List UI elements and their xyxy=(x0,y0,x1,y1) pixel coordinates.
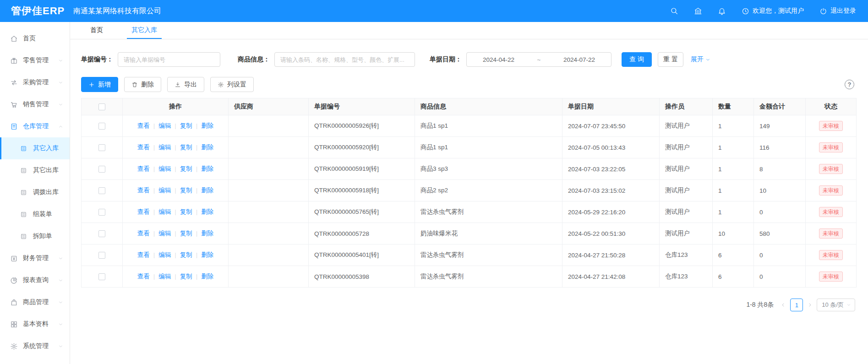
sidebar-item-label: 组装单 xyxy=(33,210,52,218)
sidebar-item-reports[interactable]: 报表查询 xyxy=(0,269,70,291)
next-page-button[interactable] xyxy=(807,302,813,308)
sidebar-item-warehouse[interactable]: 仓库管理 xyxy=(0,115,70,137)
operator-cell: 测试用户 xyxy=(660,115,713,137)
row-checkbox[interactable] xyxy=(98,123,105,130)
delete-link[interactable]: 删除 xyxy=(192,187,214,194)
row-checkbox[interactable] xyxy=(98,187,105,194)
sidebar-item-disassembly[interactable]: 拆卸单 xyxy=(0,225,70,247)
copy-link[interactable]: 复制 xyxy=(171,165,192,172)
view-link[interactable]: 查看 xyxy=(137,122,150,129)
edit-link[interactable]: 编辑 xyxy=(150,230,171,237)
page-size-select[interactable]: 10 条/页 xyxy=(817,299,855,311)
column-settings-button[interactable]: 列设置 xyxy=(210,77,254,92)
sidebar-item-home[interactable]: 首页 xyxy=(0,27,70,49)
copy-link[interactable]: 复制 xyxy=(171,208,192,215)
date-range-picker[interactable]: ~ xyxy=(466,52,611,67)
edit-link[interactable]: 编辑 xyxy=(150,251,171,258)
bank-icon[interactable] xyxy=(694,7,702,15)
purchase-icon xyxy=(10,79,18,87)
tab-other-inbound[interactable]: 其它入库 xyxy=(127,22,162,39)
delete-link[interactable]: 删除 xyxy=(192,273,214,280)
sidebar-item-sales[interactable]: 销售管理 xyxy=(0,93,70,115)
product-info-input[interactable] xyxy=(274,52,415,67)
clock-icon xyxy=(742,7,749,15)
delete-link[interactable]: 删除 xyxy=(192,251,214,258)
chevron-down-icon xyxy=(58,58,63,63)
sidebar-item-purchase[interactable]: 采购管理 xyxy=(0,71,70,93)
copy-link[interactable]: 复制 xyxy=(171,251,192,258)
delete-link[interactable]: 删除 xyxy=(192,144,214,151)
col-supplier: 供应商 xyxy=(229,98,309,115)
edit-link[interactable]: 编辑 xyxy=(150,165,171,172)
prev-page-button[interactable] xyxy=(781,302,786,308)
copy-link[interactable]: 复制 xyxy=(171,122,192,129)
date-to-input[interactable] xyxy=(554,56,604,63)
copy-link[interactable]: 复制 xyxy=(171,273,192,280)
sidebar-item-other-outbound[interactable]: 其它出库 xyxy=(0,159,70,181)
sidebar-item-finance[interactable]: 财务管理 xyxy=(0,247,70,269)
view-link[interactable]: 查看 xyxy=(137,230,150,237)
bell-icon[interactable] xyxy=(718,7,726,15)
sidebar-item-system[interactable]: 系统管理 xyxy=(0,335,70,357)
help-icon[interactable]: ? xyxy=(845,80,854,89)
supplier-cell xyxy=(229,180,309,201)
row-checkbox[interactable] xyxy=(98,273,105,280)
order-no-cell: QTRK00000005918[转] xyxy=(309,180,415,201)
document-icon xyxy=(20,189,28,196)
order-no-input[interactable] xyxy=(118,52,220,67)
amount-cell: 116 xyxy=(754,137,806,158)
copy-link[interactable]: 复制 xyxy=(171,187,192,194)
delete-link[interactable]: 删除 xyxy=(192,165,214,172)
row-checkbox[interactable] xyxy=(98,209,105,216)
row-checkbox[interactable] xyxy=(98,144,105,151)
sidebar-item-transfer-outbound[interactable]: 调拨出库 xyxy=(0,181,70,203)
export-button[interactable]: 导出 xyxy=(167,77,204,92)
product-info-label: 商品信息： xyxy=(238,55,270,64)
add-button[interactable]: 新增 xyxy=(81,77,118,92)
qty-cell: 10 xyxy=(713,223,754,244)
copy-link[interactable]: 复制 xyxy=(171,144,192,151)
view-link[interactable]: 查看 xyxy=(137,165,150,172)
qty-cell: 1 xyxy=(713,158,754,180)
date-from-input[interactable] xyxy=(474,56,524,63)
search-icon[interactable] xyxy=(670,7,678,15)
edit-link[interactable]: 编辑 xyxy=(150,144,171,151)
view-link[interactable]: 查看 xyxy=(137,208,150,215)
delete-link[interactable]: 删除 xyxy=(192,230,214,237)
edit-link[interactable]: 编辑 xyxy=(150,208,171,215)
table-row: 查看编辑复制删除 QTRK00000005728 奶油味爆米花 2024-05-… xyxy=(82,223,857,244)
row-checkbox[interactable] xyxy=(98,166,105,173)
delete-link[interactable]: 删除 xyxy=(192,122,214,129)
view-link[interactable]: 查看 xyxy=(137,187,150,194)
status-badge: 未审核 xyxy=(819,185,843,196)
tab-home[interactable]: 首页 xyxy=(86,22,108,39)
table-row: 查看编辑复制删除 QTRK00000005401[转] 雷达杀虫气雾剂 2024… xyxy=(82,244,857,266)
expand-link[interactable]: 展开 xyxy=(691,55,710,64)
sidebar-item-assembly[interactable]: 组装单 xyxy=(0,203,70,225)
view-link[interactable]: 查看 xyxy=(137,251,150,258)
sidebar-item-other-inbound[interactable]: 其它入库 xyxy=(0,137,70,159)
row-checkbox[interactable] xyxy=(98,252,105,259)
logout-button[interactable]: 退出登录 xyxy=(819,7,856,15)
chevron-down-icon xyxy=(846,303,851,307)
view-link[interactable]: 查看 xyxy=(137,273,150,280)
search-button[interactable]: 查 询 xyxy=(622,52,652,67)
page-1-button[interactable]: 1 xyxy=(790,299,803,311)
operator-cell: 仓库123 xyxy=(660,266,713,288)
edit-link[interactable]: 编辑 xyxy=(150,122,171,129)
sidebar-item-retail[interactable]: 零售管理 xyxy=(0,49,70,71)
sidebar-item-basic-data[interactable]: 基本资料 xyxy=(0,313,70,335)
date-cell: 2024-04-27 21:50:28 xyxy=(562,244,660,266)
reset-button[interactable]: 重 置 xyxy=(658,52,683,67)
edit-link[interactable]: 编辑 xyxy=(150,187,171,194)
row-checkbox[interactable] xyxy=(98,230,105,237)
order-no-cell: QTRK00000005398 xyxy=(309,266,415,288)
delete-link[interactable]: 删除 xyxy=(192,208,214,215)
select-all-checkbox[interactable] xyxy=(98,103,105,110)
edit-link[interactable]: 编辑 xyxy=(150,273,171,280)
delete-button[interactable]: 删除 xyxy=(124,77,161,92)
sidebar: 首页 零售管理 采购管理 销售管理 xyxy=(0,22,70,364)
sidebar-item-products[interactable]: 商品管理 xyxy=(0,291,70,313)
view-link[interactable]: 查看 xyxy=(137,144,150,151)
copy-link[interactable]: 复制 xyxy=(171,230,192,237)
